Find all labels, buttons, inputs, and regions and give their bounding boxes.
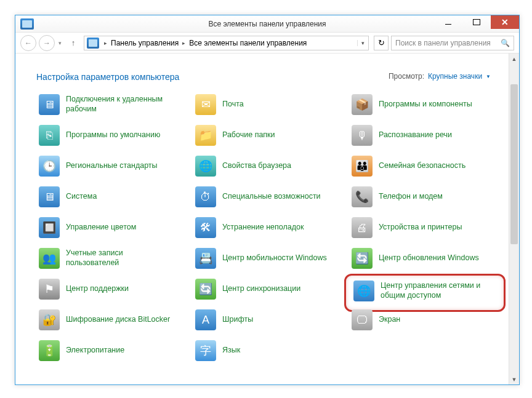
cp-item-region[interactable]: 🕒Региональные стандарты [36, 154, 188, 178]
cp-item-label: Электропитание [66, 346, 124, 356]
cp-item-label: Центр управления сетями и общим доступом [381, 281, 491, 300]
devices-printers-icon: 🖨 [352, 217, 373, 238]
cp-item-label: Экран [379, 315, 400, 325]
scroll-down-button[interactable]: ▼ [509, 374, 519, 384]
breadcrumb-seg-1[interactable]: Панель управления [110, 39, 180, 47]
cp-item-label: Телефон и модем [379, 192, 443, 202]
cp-item-label: Центр синхронизации [222, 284, 300, 294]
address-bar[interactable]: ▸ Панель управления ▸ Все элементы панел… [84, 36, 369, 50]
items-grid: 🖥Подключения к удаленным рабочим✉Почта📦П… [36, 93, 501, 384]
cp-item-work-folders[interactable]: 📁Рабочие папки [193, 124, 344, 147]
control-panel-window: Все элементы панели управления ✕ ← → ▾ ↑… [15, 15, 520, 385]
history-dropdown[interactable]: ▾ [57, 40, 63, 46]
forward-button[interactable]: → [39, 35, 55, 51]
cp-item-label: Учетные записи пользователей [66, 249, 177, 268]
breadcrumb-seg-2[interactable]: Все элементы панели управления [188, 39, 308, 47]
breadcrumb-sep: ▸ [180, 40, 188, 46]
back-button[interactable]: ← [20, 35, 36, 51]
address-dropdown[interactable]: ▾ [357, 40, 368, 46]
sync-center-icon: 🔄 [195, 279, 216, 300]
cp-item-troubleshoot[interactable]: 🛠Устранение неполадок [193, 216, 344, 239]
network-sharing-icon: 🌐 [353, 281, 374, 301]
cp-item-fonts[interactable]: AШрифты [193, 308, 344, 332]
cp-item-label: Система [66, 192, 97, 202]
family-safety-icon: 👪 [352, 156, 373, 177]
cp-item-label: Рабочие папки [222, 130, 275, 140]
cp-item-label: Устройства и принтеры [379, 223, 462, 233]
navigation-bar: ← → ▾ ↑ ▸ Панель управления ▸ Все элемен… [15, 33, 519, 54]
cp-item-internet-options[interactable]: 🌐Свойства браузера [193, 154, 344, 178]
cp-item-system[interactable]: 🖥Система [36, 185, 188, 209]
cp-item-mail[interactable]: ✉Почта [193, 93, 344, 116]
cp-item-default-programs[interactable]: ⎘Программы по умолчанию [36, 124, 188, 147]
cp-item-label: Центр мобильности Windows [222, 253, 327, 263]
cp-item-label: Устранение неполадок [222, 223, 304, 233]
cp-item-sync-center[interactable]: 🔄Центр синхронизации [193, 277, 344, 301]
cp-item-remote-desktop[interactable]: 🖥Подключения к удаленным рабочим [36, 93, 188, 116]
system-icon: 🖥 [39, 186, 60, 207]
fonts-icon: A [195, 309, 216, 330]
search-icon: 🔍 [501, 39, 510, 47]
cp-item-action-center[interactable]: ⚑Центр поддержки [36, 277, 188, 301]
display-icon: 🖵 [352, 309, 373, 330]
cp-item-label: Центр обновления Windows [379, 253, 479, 263]
cp-item-label: Управление цветом [66, 223, 136, 233]
breadcrumb-sep: ▸ [102, 40, 110, 46]
internet-options-icon: 🌐 [195, 156, 216, 177]
titlebar: Все элементы панели управления ✕ [15, 15, 519, 33]
refresh-button[interactable]: ↻ [374, 36, 389, 50]
content-area: Настройка параметров компьютера Просмотр… [15, 54, 519, 384]
page-heading: Настройка параметров компьютера [36, 72, 179, 82]
user-accounts-icon: 👥 [39, 248, 60, 269]
cp-item-user-accounts[interactable]: 👥Учетные записи пользователей [36, 247, 188, 270]
cp-item-windows-update[interactable]: 🔄Центр обновления Windows [349, 247, 501, 270]
cp-item-label: Свойства браузера [222, 161, 291, 171]
work-folders-icon: 📁 [195, 125, 216, 146]
cp-item-color-mgmt[interactable]: 🔲Управление цветом [36, 216, 188, 239]
close-button[interactable]: ✕ [491, 15, 519, 29]
troubleshoot-icon: 🛠 [195, 217, 216, 238]
windows-update-icon: 🔄 [352, 248, 373, 269]
cp-item-phone-modem[interactable]: 📞Телефон и модем [349, 185, 501, 209]
maximize-button[interactable] [462, 15, 491, 29]
power-icon: 🔋 [39, 340, 60, 361]
scroll-up-button[interactable]: ▲ [509, 54, 519, 64]
mobility-center-icon: 📇 [195, 248, 216, 269]
cp-item-label: Семейная безопасность [379, 161, 465, 171]
cp-item-label: Программы по умолчанию [66, 130, 160, 140]
view-label: Просмотр: [389, 72, 424, 81]
cp-item-label: Язык [222, 346, 240, 356]
cp-item-label: Специальные возможности [222, 192, 321, 202]
region-icon: 🕒 [39, 156, 60, 177]
cp-item-speech[interactable]: 🎙Распознавание речи [349, 124, 501, 147]
cp-item-language[interactable]: 字Язык [193, 339, 344, 362]
cp-item-devices-printers[interactable]: 🖨Устройства и принтеры [349, 216, 501, 239]
highlighted-item: 🌐Центр управления сетями и общим доступо… [344, 274, 506, 312]
cp-item-label: Шифрование диска BitLocker [66, 315, 170, 325]
cp-item-label: Почта [222, 100, 244, 109]
bitlocker-icon: 🔐 [39, 309, 60, 330]
search-input[interactable]: Поиск в панели управления 🔍 [391, 36, 514, 50]
window-controls: ✕ [434, 15, 519, 29]
vertical-scrollbar[interactable]: ▲ ▼ [509, 54, 519, 384]
search-placeholder: Поиск в панели управления [395, 39, 491, 47]
action-center-icon: ⚑ [39, 279, 60, 300]
view-value[interactable]: Крупные значки [428, 72, 482, 81]
cp-item-programs-features[interactable]: 📦Программы и компоненты [349, 93, 501, 116]
up-button[interactable]: ↑ [68, 38, 79, 49]
chevron-down-icon[interactable]: ▼ [486, 74, 491, 79]
color-mgmt-icon: 🔲 [39, 217, 60, 238]
scroll-thumb[interactable] [510, 84, 518, 244]
minimize-button[interactable] [434, 15, 462, 29]
cp-item-family-safety[interactable]: 👪Семейная безопасность [349, 154, 501, 178]
cp-item-label: Региональные стандарты [66, 161, 158, 171]
cp-item-label: Распознавание речи [379, 130, 452, 140]
programs-features-icon: 📦 [352, 94, 373, 115]
cp-item-power[interactable]: 🔋Электропитание [36, 339, 188, 362]
cp-item-bitlocker[interactable]: 🔐Шифрование диска BitLocker [36, 308, 188, 332]
cp-item-label: Центр поддержки [66, 284, 129, 294]
phone-modem-icon: 📞 [352, 186, 373, 207]
cp-item-network-sharing[interactable]: 🌐Центр управления сетями и общим доступо… [351, 279, 499, 303]
cp-item-mobility-center[interactable]: 📇Центр мобильности Windows [193, 247, 344, 270]
cp-item-ease-of-access[interactable]: ⏱Специальные возможности [193, 185, 344, 209]
